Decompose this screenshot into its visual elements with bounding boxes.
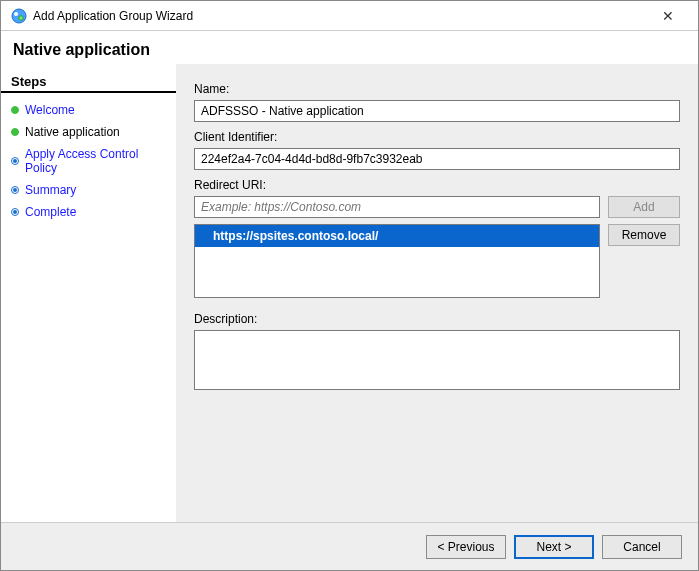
- page-title: Native application: [1, 31, 698, 63]
- add-button[interactable]: Add: [608, 196, 680, 218]
- app-icon: [11, 8, 27, 24]
- redirect-uri-input[interactable]: [194, 196, 600, 218]
- redirect-uri-label: Redirect URI:: [194, 178, 680, 192]
- form-panel: Name: Client Identifier: Redirect URI: A…: [176, 64, 698, 522]
- bullet-icon: [11, 208, 19, 216]
- step-native-application[interactable]: Native application: [1, 121, 176, 143]
- svg-point-1: [14, 12, 18, 16]
- svg-point-0: [12, 9, 26, 23]
- titlebar: Add Application Group Wizard ✕: [1, 1, 698, 31]
- client-id-label: Client Identifier:: [194, 130, 680, 144]
- steps-sidebar: Steps Welcome Native application Apply A…: [1, 64, 176, 522]
- next-button[interactable]: Next >: [514, 535, 594, 559]
- steps-header: Steps: [1, 70, 176, 93]
- step-summary[interactable]: Summary: [1, 179, 176, 201]
- step-label: Summary: [25, 183, 76, 197]
- name-label: Name:: [194, 82, 680, 96]
- wizard-body: Steps Welcome Native application Apply A…: [1, 63, 698, 522]
- remove-button[interactable]: Remove: [608, 224, 680, 246]
- bullet-icon: [11, 106, 19, 114]
- previous-button[interactable]: < Previous: [426, 535, 506, 559]
- description-label: Description:: [194, 312, 680, 326]
- redirect-uri-listbox[interactable]: https://spsites.contoso.local/: [194, 224, 600, 298]
- step-label: Native application: [25, 125, 120, 139]
- step-label: Complete: [25, 205, 76, 219]
- wizard-footer: < Previous Next > Cancel: [1, 522, 698, 570]
- step-welcome[interactable]: Welcome: [1, 99, 176, 121]
- step-complete[interactable]: Complete: [1, 201, 176, 223]
- name-input[interactable]: [194, 100, 680, 122]
- client-id-input[interactable]: [194, 148, 680, 170]
- window-title: Add Application Group Wizard: [33, 9, 193, 23]
- bullet-icon: [11, 157, 19, 165]
- cancel-button[interactable]: Cancel: [602, 535, 682, 559]
- wizard-window: Add Application Group Wizard ✕ Native ap…: [0, 0, 699, 571]
- step-label: Welcome: [25, 103, 75, 117]
- close-icon[interactable]: ✕: [648, 8, 688, 24]
- description-textarea[interactable]: [194, 330, 680, 390]
- redirect-uri-item[interactable]: https://spsites.contoso.local/: [195, 225, 599, 247]
- step-label: Apply Access Control Policy: [25, 147, 168, 175]
- bullet-icon: [11, 186, 19, 194]
- bullet-icon: [11, 128, 19, 136]
- svg-point-2: [19, 15, 24, 20]
- step-apply-access-control-policy[interactable]: Apply Access Control Policy: [1, 143, 176, 179]
